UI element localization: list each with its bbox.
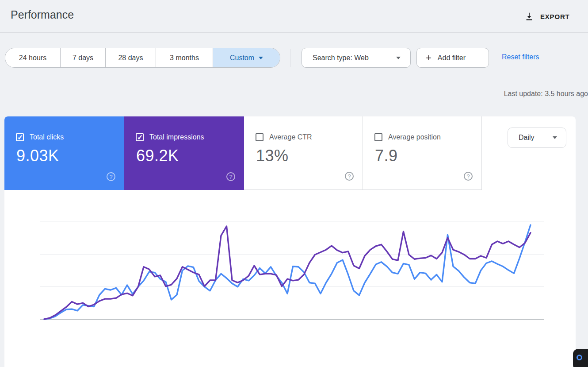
search-type-dropdown[interactable]: Search type: Web — [302, 48, 411, 68]
series-line-impressions[interactable] — [44, 226, 531, 319]
metric-value: 69.2K — [136, 147, 179, 165]
help-icon[interactable]: ? — [226, 172, 235, 181]
metric-tile-total-clicks[interactable]: Total clicks 9.03K ? — [4, 116, 124, 190]
tab-label: 7 days — [73, 54, 93, 62]
metric-tile-total-impressions[interactable]: Total impressions 69.2K ? — [124, 116, 244, 190]
performance-chart: Clicks Impressions 240160800 1.5K1K5000 … — [0, 195, 588, 367]
chevron-down-icon — [553, 136, 557, 139]
metric-value: 9.03K — [16, 147, 59, 165]
help-icon[interactable]: ? — [464, 172, 473, 181]
tab-label: 3 months — [170, 54, 199, 62]
page-title: Performance — [11, 8, 74, 21]
metric-label: Average position — [388, 133, 441, 141]
plus-icon: + — [426, 53, 431, 63]
download-icon — [524, 12, 534, 21]
add-filter-button[interactable]: + Add filter — [416, 48, 489, 68]
tab-28-days[interactable]: 28 days — [105, 48, 156, 67]
help-icon[interactable]: ? — [107, 172, 115, 181]
granularity-dropdown[interactable]: Daily — [508, 127, 566, 148]
export-button[interactable]: EXPORT — [524, 9, 569, 24]
last-update-text: Last update: 3.5 hours ago — [504, 90, 588, 98]
checkbox-checked-icon[interactable] — [16, 133, 24, 141]
tab-24-hours[interactable]: 24 hours — [5, 48, 60, 67]
metric-tile-average-ctr[interactable]: Average CTR 13% ? — [244, 116, 363, 190]
tab-label: 24 hours — [19, 54, 46, 62]
chevron-down-icon — [259, 57, 263, 59]
tab-3-months[interactable]: 3 months — [156, 48, 213, 67]
screen-tool-overlay[interactable] — [573, 349, 588, 367]
tab-label: Custom — [230, 54, 254, 62]
tab-label: 28 days — [118, 54, 143, 62]
metric-tile-average-position[interactable]: Average position 7.9 ? — [363, 116, 482, 190]
metric-label: Total clicks — [30, 133, 64, 141]
metric-value: 13% — [256, 147, 289, 165]
chart-svg — [0, 195, 588, 367]
granularity-label: Daily — [519, 134, 535, 142]
header-divider — [0, 32, 588, 33]
magnifier-icon — [577, 355, 582, 360]
metric-label: Total impressions — [149, 133, 204, 141]
date-range-tabs: 24 hours 7 days 28 days 3 months Custom — [5, 48, 280, 68]
help-icon[interactable]: ? — [345, 172, 354, 181]
search-type-label: Search type: Web — [313, 54, 369, 62]
checkbox-unchecked-icon[interactable] — [256, 133, 263, 141]
filter-divider — [290, 49, 290, 67]
chevron-down-icon — [396, 57, 401, 59]
series-line-clicks[interactable] — [44, 225, 531, 319]
metric-label: Average CTR — [269, 133, 312, 141]
reset-filters-link[interactable]: Reset filters — [502, 53, 539, 61]
checkbox-unchecked-icon[interactable] — [374, 133, 382, 141]
tab-custom[interactable]: Custom — [213, 48, 280, 67]
add-filter-label: Add filter — [438, 54, 466, 62]
metric-value: 7.9 — [375, 147, 398, 165]
tab-7-days[interactable]: 7 days — [60, 48, 105, 67]
checkbox-checked-icon[interactable] — [136, 133, 144, 141]
export-label: EXPORT — [540, 13, 569, 20]
